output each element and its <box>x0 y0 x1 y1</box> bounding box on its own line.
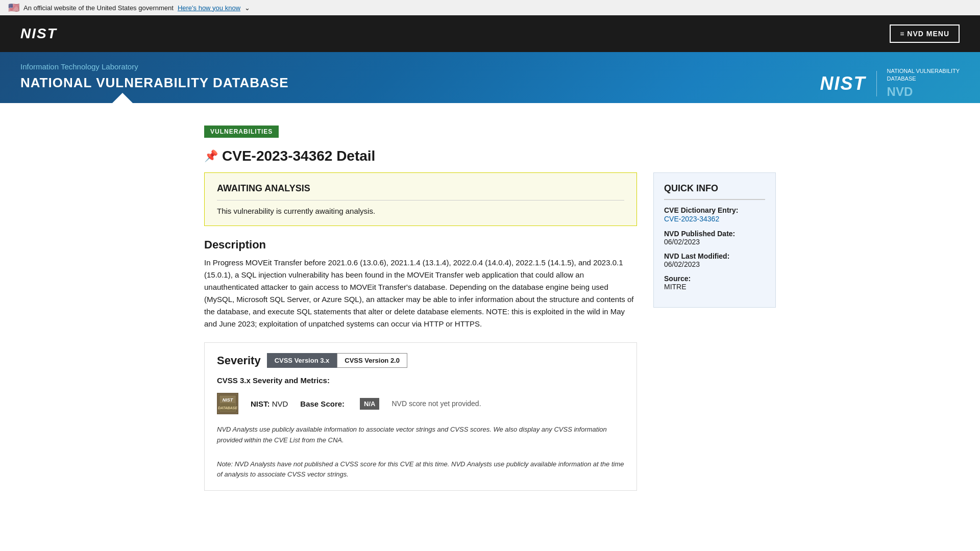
hero-pointer <box>0 103 980 113</box>
quick-info-published-label: NVD Published Date: <box>664 230 765 238</box>
pin-icon: 📌 <box>204 149 218 163</box>
nvd-logo-line1: NATIONAL VULNERABILITY <box>887 67 960 75</box>
nvd-logo-divider <box>876 71 877 96</box>
quick-info-modified-label: NVD Last Modified: <box>664 252 765 260</box>
description-text: In Progress MOVEit Transfer before 2021.… <box>204 257 637 330</box>
na-badge: N/A <box>360 398 379 410</box>
vulnerabilities-tag: VULNERABILITIES <box>204 126 279 138</box>
nist-logo-small: NIST DATABASE <box>217 393 238 414</box>
us-flag-icon: 🇺🇸 <box>8 2 19 13</box>
description-title: Description <box>204 238 637 252</box>
quick-info-source: Source: MITRE <box>664 274 765 291</box>
breadcrumb-link[interactable]: Information Technology Laboratory <box>20 62 288 71</box>
hero-title: NATIONAL VULNERABILITY DATABASE <box>20 75 288 91</box>
cve-title: CVE-2023-34362 Detail <box>222 148 375 164</box>
description-section: Description In Progress MOVEit Transfer … <box>204 238 637 330</box>
awaiting-analysis-text: This vulnerability is currently awaiting… <box>217 207 624 215</box>
quick-info-modified: NVD Last Modified: 06/02/2023 <box>664 252 765 268</box>
cve-title-row: 📌 CVE-2023-34362 Detail <box>204 148 776 164</box>
quick-info-cve-link[interactable]: CVE-2023-34362 <box>664 215 719 223</box>
gov-banner-link[interactable]: Here's how you know <box>178 4 240 12</box>
nvd-label: NVD <box>887 83 960 101</box>
svg-text:NIST: NIST <box>223 397 234 403</box>
cvss-v2-tab[interactable]: CVSS Version 2.0 <box>337 353 407 368</box>
gov-banner-text: An official website of the United States… <box>23 4 174 12</box>
quick-info-published: NVD Published Date: 06/02/2023 <box>664 230 765 246</box>
analyst-note-1: NVD Analysts use publicly available info… <box>217 424 624 446</box>
cvss-subtitle: CVSS 3.x Severity and Metrics: <box>217 376 624 385</box>
nvd-logo-line2: DATABASE <box>887 75 960 83</box>
nvd-menu-button[interactable]: ≡ NVD MENU <box>890 24 960 43</box>
analyst-note-2: Note: NVD Analysts have not published a … <box>217 459 624 481</box>
severity-header: Severity CVSS Version 3.x CVSS Version 2… <box>217 353 624 368</box>
gov-banner: 🇺🇸 An official website of the United Sta… <box>0 0 980 15</box>
main-content: AWAITING ANALYSIS This vulnerability is … <box>204 172 637 503</box>
quick-info-modified-value: 06/02/2023 <box>664 260 765 268</box>
quick-info-source-label: Source: <box>664 274 765 283</box>
hero-left: Information Technology Laboratory NATION… <box>20 62 288 103</box>
nist-logo: NIST <box>20 26 57 42</box>
quick-info-cve-label: CVE Dictionary Entry: <box>664 206 765 214</box>
cvss-v3-tab[interactable]: CVSS Version 3.x <box>267 353 337 368</box>
quick-info-published-value: 06/02/2023 <box>664 238 765 246</box>
hero-right: NIST NATIONAL VULNERABILITY DATABASE NVD <box>820 62 960 100</box>
hero-banner: Information Technology Laboratory NATION… <box>0 52 980 103</box>
svg-text:DATABASE: DATABASE <box>218 406 237 410</box>
quick-info-title: QUICK INFO <box>664 183 765 200</box>
awaiting-analysis-box: AWAITING ANALYSIS This vulnerability is … <box>204 172 637 226</box>
nvd-logo-nist: NIST <box>820 73 866 94</box>
chevron-down-icon: ⌄ <box>244 4 250 12</box>
cvss-score-row: NIST DATABASE NIST: NVD Base Score: N/A … <box>217 393 624 414</box>
score-note: NVD score not yet provided. <box>391 399 481 408</box>
sidebar: QUICK INFO CVE Dictionary Entry: CVE-202… <box>653 172 776 308</box>
base-score-label: Base Score: <box>300 399 345 408</box>
quick-info-cve-entry: CVE Dictionary Entry: CVE-2023-34362 <box>664 206 765 223</box>
top-nav: NIST ≡ NVD MENU <box>0 15 980 52</box>
content-layout: AWAITING ANALYSIS This vulnerability is … <box>204 172 776 503</box>
page-wrapper: VULNERABILITIES 📌 CVE-2023-34362 Detail … <box>184 113 796 503</box>
quick-info-source-value: MITRE <box>664 283 765 291</box>
nist-source: NIST: NVD <box>251 399 288 408</box>
nvd-logo-text: NATIONAL VULNERABILITY DATABASE NVD <box>887 67 960 100</box>
quick-info-box: QUICK INFO CVE Dictionary Entry: CVE-202… <box>653 172 776 308</box>
nvd-logo-block: NIST NATIONAL VULNERABILITY DATABASE NVD <box>820 67 960 100</box>
severity-section: Severity CVSS Version 3.x CVSS Version 2… <box>204 342 637 491</box>
severity-title: Severity <box>217 354 261 367</box>
awaiting-analysis-title: AWAITING ANALYSIS <box>217 183 624 201</box>
